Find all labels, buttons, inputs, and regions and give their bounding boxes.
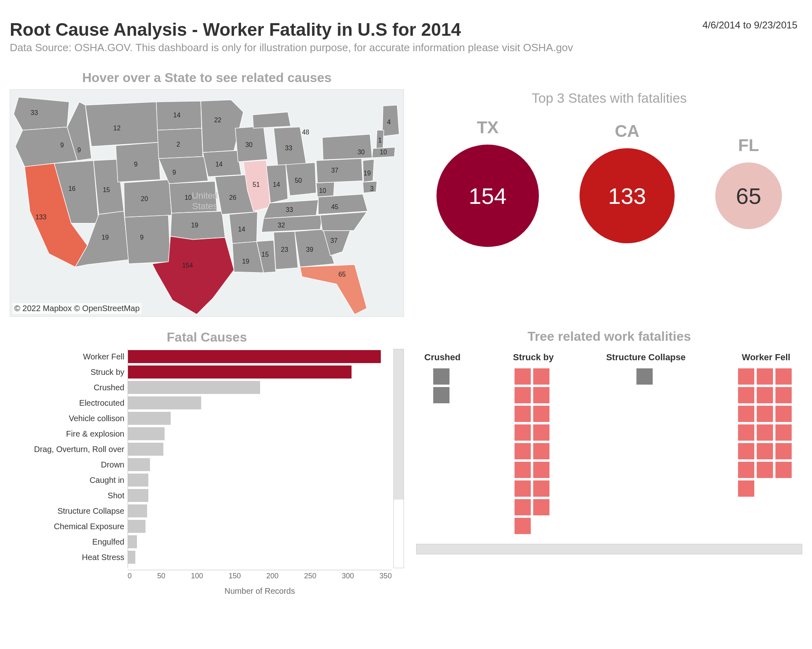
state-fl[interactable]: 65 [300, 264, 367, 314]
waffle-cell[interactable] [636, 368, 653, 385]
waffle-cell[interactable] [533, 406, 549, 422]
state-co[interactable]: 20 [124, 180, 172, 217]
bubble-icon[interactable]: 133 [580, 148, 675, 243]
state-oh[interactable]: 50 [286, 162, 316, 196]
state-nh[interactable]: 1 [376, 130, 384, 149]
state-nc[interactable] [320, 212, 367, 231]
bar[interactable] [128, 427, 165, 440]
waffle-cell[interactable] [757, 443, 773, 459]
waffle-cell[interactable] [738, 368, 754, 385]
state-ar[interactable]: 14 [229, 212, 258, 244]
waffle-cell[interactable] [757, 368, 773, 385]
state-ia[interactable]: 14 [203, 150, 241, 177]
state-wa[interactable]: 33 [14, 97, 69, 130]
waffle-cell[interactable] [515, 499, 531, 515]
state-mi[interactable]: 33 [274, 127, 306, 166]
waffle-cell[interactable] [533, 499, 549, 515]
bar[interactable] [128, 504, 147, 517]
state-nm[interactable]: 9 [125, 215, 171, 264]
fatal-causes-chart[interactable]: Worker FellStruck byCrushedElectrocutedV… [10, 349, 404, 597]
bar[interactable] [128, 381, 260, 394]
waffle-cell[interactable] [738, 387, 754, 403]
waffle-cell[interactable] [515, 480, 531, 497]
tree-waffle-grid[interactable]: CrushedStruck byStructure CollapseWorker… [416, 352, 802, 537]
scrollbar-thumb[interactable] [417, 544, 802, 554]
state-md[interactable]: 3 [363, 181, 377, 193]
state-wv[interactable]: 10 [316, 182, 334, 197]
waffle-cell[interactable] [515, 424, 531, 441]
tree-scrollbar[interactable] [416, 544, 802, 554]
state-wy[interactable]: 9 [116, 143, 161, 182]
state-va[interactable]: 45 [318, 194, 368, 214]
tree-column[interactable]: Struck by [513, 352, 554, 537]
waffle-cell[interactable] [515, 462, 531, 478]
scrollbar-thumb[interactable] [394, 349, 404, 500]
bar[interactable] [128, 396, 201, 409]
waffle-cell[interactable] [775, 387, 792, 403]
us-map[interactable]: 33 9 133 9 16 15 19 12 9 20 9 14 2 9 10 … [10, 89, 404, 317]
bar[interactable] [128, 350, 381, 363]
waffle-cell[interactable] [738, 406, 754, 422]
waffle-cell[interactable] [533, 424, 549, 441]
bar[interactable] [128, 412, 171, 425]
waffle-cell[interactable] [757, 406, 773, 422]
state-ny[interactable]: 30 [322, 134, 372, 160]
waffle-cell[interactable] [738, 424, 754, 441]
bar[interactable] [128, 458, 150, 471]
state-wi[interactable]: 30 [235, 126, 268, 162]
state-mt[interactable]: 12 [85, 102, 158, 147]
waffle-cell[interactable] [533, 462, 549, 478]
bar[interactable] [128, 366, 352, 379]
waffle-cell[interactable] [738, 480, 754, 497]
bar[interactable] [128, 520, 145, 533]
waffle-cell[interactable] [533, 387, 549, 403]
state-or[interactable]: 9 [15, 127, 77, 167]
waffle-cell[interactable] [757, 424, 773, 441]
waffle-cell[interactable] [515, 406, 531, 422]
state-pa[interactable]: 37 [316, 158, 363, 183]
tree-column[interactable]: Worker Fell [738, 352, 794, 537]
bar[interactable] [128, 489, 148, 502]
bubble-icon[interactable]: 65 [715, 162, 782, 229]
bar-label: Drown [10, 457, 128, 472]
waffle-cell[interactable] [433, 368, 449, 385]
waffle-cell[interactable] [515, 443, 531, 459]
waffle-cell[interactable] [533, 443, 549, 459]
waffle-cell[interactable] [757, 387, 773, 403]
waffle-cell[interactable] [515, 518, 531, 534]
waffle-cell[interactable] [533, 368, 549, 385]
tree-column[interactable]: Structure Collapse [606, 352, 686, 537]
bar[interactable] [128, 474, 148, 487]
state-nj[interactable]: 19 [363, 159, 374, 182]
waffle-cell[interactable] [515, 368, 531, 385]
state-sd[interactable]: 2 [157, 128, 203, 159]
state-nd[interactable]: 14 [156, 101, 202, 130]
waffle-cell[interactable] [515, 387, 531, 403]
waffle-cell[interactable] [775, 368, 792, 385]
waffle-cell[interactable] [738, 462, 754, 478]
waffle-cell[interactable] [738, 443, 754, 459]
bubble-icon[interactable]: 154 [436, 145, 539, 247]
waffle-cell[interactable] [433, 387, 449, 403]
map-svg[interactable]: 33 9 133 9 16 15 19 12 9 20 9 14 2 9 10 … [10, 90, 404, 316]
top-state-ca[interactable]: CA133 [580, 121, 675, 243]
waffle-cell[interactable] [775, 462, 792, 478]
state-ok[interactable]: 19 [170, 211, 225, 240]
waffle-cell[interactable] [757, 462, 773, 478]
waffle-cell[interactable] [775, 406, 792, 422]
state-ks[interactable]: 10 [169, 181, 217, 213]
waffle-cell[interactable] [775, 443, 792, 459]
bar[interactable] [128, 443, 163, 456]
top-state-tx[interactable]: TX154 [436, 118, 539, 247]
state-al[interactable]: 23 [274, 231, 298, 270]
bar[interactable] [128, 535, 137, 548]
state-in[interactable]: 14 [266, 164, 288, 203]
waffle-cell[interactable] [775, 424, 792, 441]
bar[interactable] [128, 551, 135, 564]
tree-column[interactable]: Crushed [424, 352, 460, 537]
waffle-cell[interactable] [533, 480, 549, 497]
top-state-fl[interactable]: FL65 [715, 136, 782, 229]
state-ma[interactable]: 10 [372, 147, 395, 158]
state-me[interactable]: 4 [382, 105, 399, 136]
fatal-causes-scrollbar[interactable] [393, 349, 404, 568]
